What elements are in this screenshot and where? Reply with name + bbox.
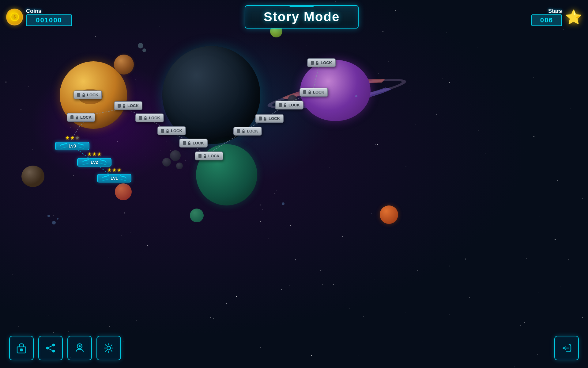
svg-text:$: $ <box>13 14 16 19</box>
lock-btn-10[interactable]: LOCK <box>275 101 303 109</box>
star2-lv3: ★ <box>70 135 74 141</box>
particle5 <box>355 95 357 97</box>
svg-rect-22 <box>264 118 266 121</box>
lock-btn-9[interactable]: LOCK <box>255 114 284 123</box>
star-icon-header: ⭐ <box>565 9 582 25</box>
svg-rect-23 <box>284 105 286 107</box>
share-button[interactable] <box>38 336 63 360</box>
lock-btn-3[interactable]: LOCK <box>114 101 142 110</box>
planet-dark-sm1 <box>170 150 181 161</box>
stars-info: Stars 006 <box>531 8 562 26</box>
particle4 <box>282 202 285 205</box>
level-badge-body-lv2: Lv2 <box>77 158 111 167</box>
toolbar <box>0 336 588 360</box>
stars-label: Stars <box>548 8 562 14</box>
svg-point-32 <box>52 344 55 346</box>
planet-small-gold <box>114 55 134 75</box>
lock-btn-1[interactable]: LOCK <box>74 90 102 99</box>
svg-rect-30 <box>20 349 23 351</box>
lock-btn-5[interactable]: LOCK <box>157 126 186 135</box>
svg-rect-25 <box>316 63 318 65</box>
lock-btn-7[interactable]: LOCK <box>195 151 223 160</box>
stars-panel: Stars 006 ⭐ <box>531 8 582 26</box>
lock-btn-11[interactable]: LOCK <box>300 88 328 97</box>
shop-button[interactable] <box>9 336 34 360</box>
svg-point-37 <box>79 345 81 347</box>
lock-btn-4[interactable]: LOCK <box>135 113 164 122</box>
svg-rect-17 <box>145 118 147 120</box>
svg-rect-18 <box>167 131 169 133</box>
star1-lv3: ★ <box>65 135 70 141</box>
tiny-planet1 <box>138 43 143 48</box>
svg-rect-20 <box>204 156 206 158</box>
level-text-lv1: Lv1 <box>111 176 118 181</box>
level-badge-body-lv3: Lv3 <box>55 142 89 150</box>
coin-icon: $ <box>6 9 23 25</box>
level-stars-lv1: ★ ★ ★ <box>107 167 121 173</box>
svg-rect-16 <box>123 105 125 108</box>
level-badge-body-lv1: Lv1 <box>97 174 131 182</box>
shop-icon <box>15 342 28 354</box>
svg-line-35 <box>49 349 52 351</box>
planet-red-sm <box>380 205 398 224</box>
star2-lv2: ★ <box>92 151 96 157</box>
stars-value: 006 <box>531 14 562 26</box>
svg-line-34 <box>49 346 52 347</box>
particle2 <box>52 221 56 224</box>
star1-lv1: ★ <box>107 167 111 173</box>
exit-button[interactable] <box>554 336 579 360</box>
svg-rect-24 <box>309 92 311 94</box>
level-text-lv2: Lv2 <box>91 160 98 165</box>
share-icon <box>44 342 57 354</box>
wing-left-lv1 <box>102 175 109 181</box>
svg-rect-15 <box>76 117 78 119</box>
header: $ Coins 001000 Story Mode Stars 006 ⭐ <box>0 0 588 34</box>
level-text-lv3: Lv3 <box>69 144 76 148</box>
lock-btn-8[interactable]: LOCK <box>233 127 262 136</box>
planet-rocky-sm <box>21 166 44 187</box>
coins-value: 001000 <box>26 14 72 26</box>
star3-lv3: ★ <box>75 135 79 141</box>
star1-lv2: ★ <box>87 151 92 157</box>
planet-teal-sm <box>190 209 204 222</box>
planet-red-left <box>115 183 132 200</box>
coins-info: Coins 001000 <box>26 8 72 26</box>
svg-rect-21 <box>243 131 245 133</box>
svg-point-38 <box>107 346 111 350</box>
coins-panel: $ Coins 001000 <box>6 8 72 26</box>
level-badge-lv3[interactable]: ★ ★ ★ Lv3 <box>55 135 89 150</box>
lock-btn-6[interactable]: LOCK <box>179 139 208 148</box>
profile-icon <box>74 342 86 354</box>
star3-lv1: ★ <box>117 167 121 173</box>
page-title: Story Mode <box>264 10 340 24</box>
wing-left-lv3 <box>60 143 67 149</box>
title-container: Story Mode <box>245 5 359 29</box>
wing-right-lv3 <box>78 143 85 149</box>
star2-lv1: ★ <box>112 167 116 173</box>
level-badge-lv1[interactable]: ★ ★ ★ Lv1 <box>97 167 131 182</box>
lock-btn-2[interactable]: LOCK <box>67 113 95 122</box>
star3-lv2: ★ <box>97 151 101 157</box>
connection-lines <box>0 0 588 368</box>
svg-rect-19 <box>188 143 190 145</box>
level-badge-lv2[interactable]: ★ ★ ★ Lv2 <box>77 151 111 167</box>
tiny-planet2 <box>142 48 146 52</box>
svg-point-31 <box>46 347 49 349</box>
toolbar-left <box>9 336 121 360</box>
settings-icon <box>103 342 115 354</box>
lock-btn-12[interactable]: LOCK <box>307 58 336 67</box>
svg-point-33 <box>52 350 55 352</box>
profile-button[interactable] <box>67 336 92 360</box>
wing-right-lv1 <box>120 175 126 181</box>
particle3 <box>57 218 58 220</box>
svg-rect-14 <box>83 95 85 97</box>
level-stars-lv2: ★ ★ ★ <box>87 151 101 157</box>
planet-dark-sm3 <box>162 158 171 167</box>
settings-button[interactable] <box>96 336 121 360</box>
particle1 <box>47 215 50 217</box>
level-stars-lv3: ★ ★ ★ <box>65 135 79 141</box>
game-map: LOCK LOCK LOCK LOCK LOCK LOCK LOCK LOCK … <box>0 0 588 368</box>
coins-label: Coins <box>26 8 72 14</box>
exit-icon <box>560 342 573 354</box>
planet-dark-sm2 <box>176 163 183 169</box>
